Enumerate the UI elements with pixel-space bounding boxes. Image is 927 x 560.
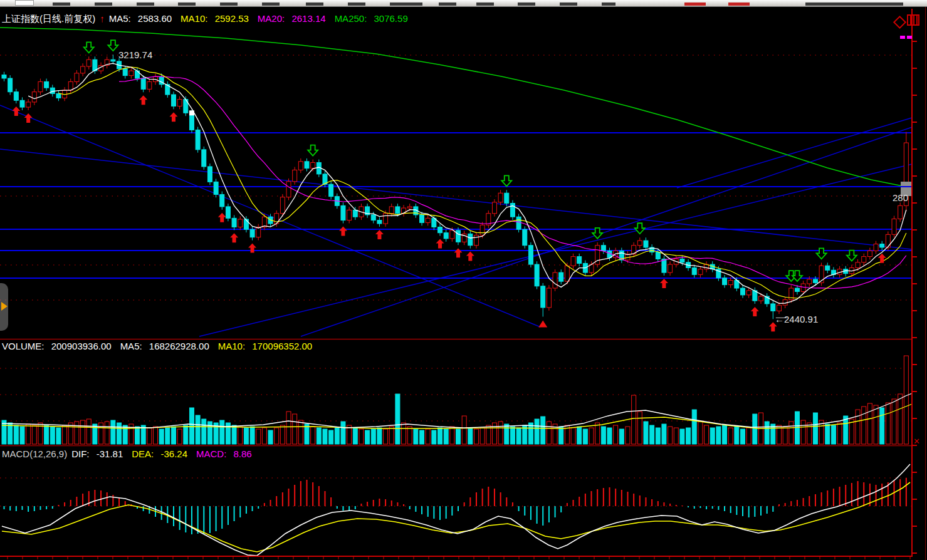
- sell-signal-arrow: [635, 223, 645, 234]
- sell-signal-arrow: [308, 145, 318, 156]
- menubar-item-fragment[interactable]: [178, 3, 196, 6]
- sell-signal-arrow: [84, 42, 94, 53]
- dea-readout: DEA: -36.24: [132, 449, 192, 459]
- macd-readout: MACD: 8.86: [196, 449, 256, 459]
- macd-params: MACD(12,26,9): [2, 449, 67, 459]
- ma10-readout: MA10: 2592.53: [181, 13, 253, 24]
- volume-readout: VOLUME: 200903936.00: [2, 341, 116, 351]
- trading-app-window: 上证指数(日线.前复权)↑MA5: 2583.60MA10: 2592.53MA…: [0, 0, 927, 560]
- panel-corner-close-icon[interactable]: ✕: [913, 437, 920, 446]
- sell-signal-arrow: [108, 40, 118, 51]
- buy-signal-arrow: [12, 106, 20, 116]
- buy-signal-arrow: [339, 226, 347, 236]
- menubar-item-fragment[interactable]: [348, 3, 365, 6]
- volume-panel-header: VOLUME: 200903936.00MA5: 168262928.00MA1…: [2, 341, 321, 351]
- white-square-marker: [189, 110, 194, 115]
- volume-ma5-readout: MA5: 168262928.00: [120, 341, 214, 351]
- ma20-readout: MA20: 2613.14: [258, 13, 330, 24]
- buy-signal-arrow: [878, 254, 886, 263]
- sell-signal-arrow: [501, 175, 511, 186]
- volume-ma10-readout: MA10: 170096352.00: [218, 341, 317, 351]
- low-price-label: ←2440.91: [775, 314, 818, 324]
- top-menubar[interactable]: [0, 0, 927, 7]
- moving-average-lines: [0, 28, 912, 303]
- chip-distribution-icon[interactable]: [907, 14, 919, 26]
- macd-panel-header: MACD(12,26,9)DIF: -31.81DEA: -36.24MACD:…: [2, 449, 261, 459]
- menubar-item-fragment[interactable]: [805, 3, 903, 6]
- peak-price-label: 3219.74: [118, 49, 152, 60]
- buy-signal-arrow: [169, 112, 177, 122]
- buy-signal-arrow: [218, 213, 226, 222]
- main-gridlines: [0, 55, 912, 300]
- menubar-item-fragment[interactable]: [53, 3, 70, 6]
- menubar-item-fragment[interactable]: [560, 3, 577, 6]
- ma250-readout: MA250: 3076.59: [335, 13, 412, 24]
- sell-signal-arrow: [817, 248, 827, 259]
- chart-canvas[interactable]: [0, 0, 927, 560]
- volume-layer: [0, 356, 912, 444]
- menubar-item-fragment[interactable]: [390, 3, 422, 6]
- buy-signal-arrow: [454, 248, 463, 257]
- ma5-readout: MA5: 2583.60: [109, 13, 176, 24]
- main-chart-header: 上证指数(日线.前复权)↑MA5: 2583.60MA10: 2592.53MA…: [2, 13, 417, 25]
- buy-signal-arrow: [660, 279, 668, 288]
- menubar-item-fragment[interactable]: [306, 3, 323, 6]
- side-panel-expander[interactable]: [0, 283, 8, 331]
- dif-readout: DIF: -31.81: [71, 449, 127, 459]
- expand-arrow-icon: [1, 302, 8, 311]
- menubar-red-button-fragment[interactable]: [684, 3, 706, 6]
- sell-signal-arrow: [847, 251, 857, 261]
- menubar-item-fragment[interactable]: [262, 3, 280, 6]
- buy-signal-arrow: [466, 252, 474, 261]
- last-price-label: 280: [893, 192, 912, 203]
- menubar-red-button-fragment[interactable]: [728, 3, 750, 6]
- buy-signal-arrow: [248, 244, 256, 253]
- symbol-title: 上证指数(日线.前复权): [2, 13, 95, 24]
- menubar-item-fragment[interactable]: [439, 3, 456, 6]
- menubar-item-fragment[interactable]: [220, 3, 238, 6]
- menubar-item-fragment[interactable]: [518, 3, 535, 6]
- toolbar-icon[interactable]: [15, 0, 34, 6]
- menubar-item-fragment[interactable]: [137, 3, 154, 6]
- buy-signal-arrow: [139, 95, 147, 105]
- menubar-item-fragment[interactable]: [476, 3, 494, 6]
- menubar-item-fragment[interactable]: [602, 3, 615, 6]
- macd-layer: [0, 464, 912, 556]
- magenta-marker-dot: [907, 36, 912, 39]
- magenta-marker-dot: [900, 36, 905, 39]
- bottom-triangle-marker: [538, 321, 547, 328]
- menubar-item-fragment[interactable]: [95, 3, 112, 6]
- buy-signal-arrow: [230, 233, 238, 242]
- buy-signal-arrow: [436, 239, 444, 249]
- buy-signal-arrow: [751, 307, 759, 316]
- trend-up-arrow-icon: ↑: [100, 13, 105, 24]
- buy-signal-arrow: [375, 230, 384, 239]
